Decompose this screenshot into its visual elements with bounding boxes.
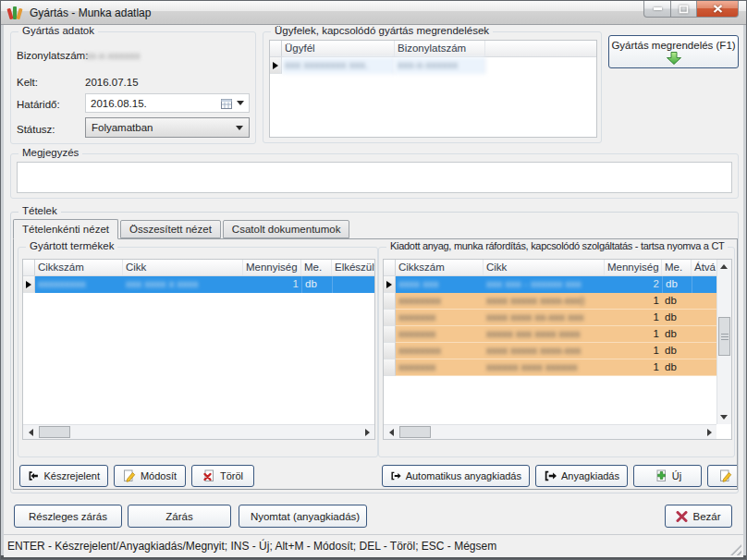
keszrejelent-button[interactable]: Készrejelent bbox=[19, 465, 108, 487]
uj-button[interactable]: Új bbox=[633, 465, 702, 487]
combo-dropdown-icon bbox=[236, 126, 243, 130]
scroll-left-button[interactable] bbox=[23, 425, 38, 439]
row-selector-cell bbox=[270, 57, 282, 74]
materials-col-mennyiseg[interactable]: Mennyiség bbox=[605, 260, 662, 275]
materials-grid[interactable]: Cikkszám Cikk Mennyiség Me. Átvá xxxx xx… bbox=[383, 259, 732, 440]
produced-group-label: Gyártott termékek bbox=[26, 240, 117, 251]
edit-icon bbox=[123, 469, 136, 482]
items-group-label: Tételek bbox=[18, 205, 61, 216]
materials-col-cikk[interactable]: Cikk bbox=[484, 260, 605, 275]
maximize-button[interactable] bbox=[671, 1, 697, 18]
tab-tetelenkenti-nezet[interactable]: Tételenkénti nézet bbox=[13, 219, 118, 239]
close-icon bbox=[713, 5, 723, 13]
nyomtat-button[interactable]: Nyomtat (anyagkiadás) bbox=[239, 505, 367, 528]
scroll-left-button[interactable] bbox=[384, 425, 398, 439]
production-data-group-label: Gyártás adatok bbox=[18, 25, 98, 36]
anyagkiadas-button[interactable]: Anyagkiadás bbox=[535, 465, 628, 487]
material-row[interactable]: xxxxxxxx xxxx xxxxx xxxx-xxx) 1 db bbox=[384, 293, 731, 310]
produced-col-cikkszam[interactable]: Cikkszám bbox=[35, 260, 123, 275]
statusbar-text: ENTER - Készrejelent/Anyagkiadás/Megnyit… bbox=[7, 540, 496, 553]
resize-grip[interactable] bbox=[730, 544, 741, 555]
bizonylatszam-value: xx-x-xxxxxx bbox=[85, 50, 140, 61]
tab-osszesitett-nezet[interactable]: Összesített nézet bbox=[120, 220, 221, 238]
statusz-value: Folyamatban bbox=[92, 122, 153, 133]
book-orange bbox=[16, 8, 22, 20]
materials-grid-empty bbox=[384, 376, 731, 424]
minimize-icon bbox=[653, 6, 663, 11]
bezar-button[interactable]: Bezár bbox=[665, 505, 732, 528]
material-out-icon bbox=[544, 469, 557, 482]
scroll-down-button[interactable] bbox=[716, 410, 731, 424]
scroll-thumb[interactable] bbox=[39, 426, 70, 438]
scroll-up-button[interactable] bbox=[716, 260, 731, 274]
customers-col-ugyfel[interactable]: Ügyfél bbox=[282, 41, 395, 56]
statusz-combobox[interactable]: Folyamatban bbox=[85, 117, 250, 138]
customers-grid-header: Ügyfél Bizonylatszám bbox=[270, 41, 596, 57]
materials-vscrollbar[interactable] bbox=[716, 260, 731, 424]
materials-modosit-button[interactable]: Módosít bbox=[707, 465, 738, 487]
window-frame-left bbox=[1, 25, 4, 559]
material-row[interactable]: xxxxxxx xxxxx xxx xxxx xxxx 1 db bbox=[384, 326, 731, 343]
customers-grid[interactable]: Ügyfél Bizonylatszám xxx xxxxxxxx xxx. x… bbox=[269, 40, 597, 138]
produced-col-me[interactable]: Me. bbox=[301, 260, 332, 275]
produced-modosit-button[interactable]: Módosít bbox=[114, 465, 186, 487]
materials-col-me[interactable]: Me. bbox=[662, 260, 692, 275]
produced-torol-button[interactable]: Töröl bbox=[191, 465, 254, 487]
production-order-button[interactable]: Gyártás megrendelés (F1) bbox=[608, 35, 739, 68]
statusz-label: Státusz: bbox=[17, 124, 55, 135]
note-group-label: Megjegyzés bbox=[18, 147, 82, 158]
scroll-thumb[interactable] bbox=[718, 317, 730, 356]
hatarido-value: 2016.08.15. bbox=[91, 98, 147, 109]
materials-col-atva[interactable]: Átvá bbox=[692, 260, 718, 275]
customer-bizonylatszam-cell: xxx-x-xxxxxx bbox=[395, 57, 485, 74]
materials-grid-header: Cikkszám Cikk Mennyiség Me. Átvá bbox=[384, 260, 731, 276]
hatarido-label: Határidő: bbox=[17, 99, 60, 110]
produced-col-elkeszult[interactable]: Elkészült bbox=[332, 260, 374, 275]
customers-col-bizonylatszam[interactable]: Bizonylatszám bbox=[395, 41, 485, 56]
reszleges-zaras-button[interactable]: Részleges zárás bbox=[14, 505, 122, 528]
materials-group-label: Kiadott anyag, munka ráfordítás, kapcsol… bbox=[386, 240, 728, 251]
customers-group: Ügyfelek, kapcsolódó gyártás megrendelés… bbox=[263, 31, 602, 143]
material-row[interactable]: xxxx xxx xxx xxx - xxxxxx xxx 2 db bbox=[384, 276, 731, 293]
report-done-icon bbox=[28, 469, 39, 482]
scroll-right-button[interactable] bbox=[360, 425, 374, 439]
minimize-button[interactable] bbox=[643, 1, 671, 18]
bizonylatszam-label: Bizonylatszám: bbox=[17, 50, 88, 61]
materials-col-cikkszam[interactable]: Cikkszám bbox=[396, 260, 484, 275]
produced-hscrollbar[interactable] bbox=[23, 424, 374, 439]
row-selector-icon bbox=[386, 281, 392, 288]
auto-anyagkiadas-button[interactable]: Automatikus anyagkiadás bbox=[382, 465, 530, 487]
titlebar[interactable]: Gyártás - Munka adatlap bbox=[1, 1, 746, 25]
zaras-button[interactable]: Zárás bbox=[128, 505, 231, 528]
window-frame-right bbox=[743, 25, 746, 559]
edit-icon bbox=[719, 469, 732, 482]
items-tabs: Tételenkénti nézet Összesített nézet Csa… bbox=[13, 218, 351, 238]
produced-grid[interactable]: Cikkszám Cikk Mennyiség Me. Elkészült xx… bbox=[22, 259, 375, 440]
date-dropdown-icon[interactable] bbox=[237, 101, 244, 105]
material-row[interactable]: xxxxxxxx xxxx xxxxx xxxx-xxx 1 db bbox=[384, 343, 731, 359]
row-selector-cell bbox=[23, 276, 35, 293]
hatarido-date-field[interactable]: 2016.08.15. bbox=[85, 93, 250, 113]
material-out-icon bbox=[390, 469, 401, 482]
scroll-right-button[interactable] bbox=[702, 425, 716, 439]
app-books-icon[interactable] bbox=[7, 5, 24, 20]
produced-row[interactable]: xxxxxxxxx xxx xxxx x xxxx 1 db bbox=[23, 276, 374, 293]
material-row[interactable]: xxxxxxx xxxx xxxx xx-xxx xxx 1 db bbox=[384, 310, 731, 326]
tab-csatolt-dokumentumok[interactable]: Csatolt dokumentumok bbox=[223, 220, 350, 238]
scroll-thumb[interactable] bbox=[399, 426, 431, 438]
customer-ugyfel-cell: xxx xxxxxxxx xxx. bbox=[282, 57, 395, 74]
materials-group: Kiadott anyag, munka ráfordítás, kapcsol… bbox=[378, 247, 735, 457]
note-textarea[interactable] bbox=[17, 162, 732, 193]
close-button[interactable] bbox=[697, 1, 739, 18]
production-order-button-label: Gyártás megrendelés (F1) bbox=[611, 40, 735, 51]
produced-grid-header: Cikkszám Cikk Mennyiség Me. Elkészült bbox=[23, 260, 374, 276]
delete-icon bbox=[202, 469, 215, 482]
produced-col-mennyiseg[interactable]: Mennyiség bbox=[243, 260, 301, 275]
materials-hscrollbar[interactable] bbox=[384, 424, 716, 439]
calendar-icon bbox=[221, 98, 233, 109]
row-selector-icon bbox=[273, 62, 278, 69]
material-row[interactable]: xxxxxxx xxxxxx xxxx xxxxxx 1 db bbox=[384, 359, 731, 376]
produced-col-cikk[interactable]: Cikk bbox=[123, 260, 243, 275]
window-title: Gyártás - Munka adatlap bbox=[30, 6, 151, 19]
customer-row[interactable]: xxx xxxxxxxx xxx. xxx-x-xxxxxx bbox=[270, 57, 596, 74]
